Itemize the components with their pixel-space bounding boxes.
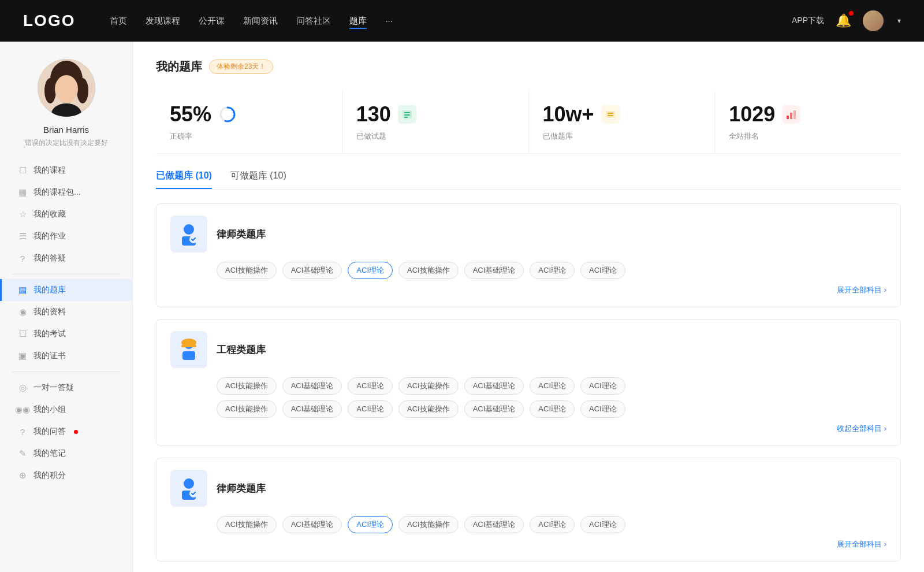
tag-2b-1[interactable]: ACI基础理论	[282, 400, 342, 418]
qbank-name-1: 律师类题库	[217, 228, 266, 241]
tag-2a-1[interactable]: ACI基础理论	[282, 377, 342, 395]
groups-icon: ◉◉	[17, 404, 28, 415]
tag-1-4[interactable]: ACI基础理论	[464, 262, 524, 279]
sidebar-item-profile[interactable]: ◉ 我的资料	[0, 301, 132, 323]
tag-2a-3[interactable]: ACI技能操作	[398, 377, 459, 395]
tag-2a-0[interactable]: ACI技能操作	[217, 377, 277, 395]
user-avatar[interactable]	[863, 10, 884, 31]
nav-qbank[interactable]: 题库	[349, 13, 367, 29]
expand-link-3[interactable]: 展开全部科目 ›	[170, 539, 886, 549]
tag-2a-6[interactable]: ACI理论	[580, 377, 625, 395]
points-icon: ⊕	[17, 470, 28, 481]
tag-3-1[interactable]: ACI基础理论	[282, 516, 342, 533]
tag-2b-2[interactable]: ACI理论	[348, 400, 393, 418]
svg-rect-15	[787, 116, 789, 119]
sidebar-item-answers[interactable]: ? 我的答疑	[0, 247, 132, 269]
accuracy-circle	[218, 105, 237, 124]
tag-3-0[interactable]: ACI技能操作	[217, 516, 277, 533]
rank-icon	[782, 105, 800, 124]
tag-1-5[interactable]: ACI理论	[530, 262, 575, 279]
nav-links: 首页 发现课程 公开课 新闻资讯 问答社区 题库 ···	[110, 13, 792, 29]
stat-done-label: 已做试题	[356, 131, 515, 142]
sidebar-item-exams[interactable]: ☐ 我的考试	[0, 323, 132, 345]
user-name: Brian Harris	[43, 125, 89, 135]
tag-1-1[interactable]: ACI基础理论	[282, 262, 342, 279]
sidebar-item-courses[interactable]: ☐ 我的课程	[0, 159, 132, 181]
qbank-icon: ▤	[17, 285, 28, 295]
unread-dot	[74, 430, 78, 434]
qbank-header-2: 工程类题库	[170, 331, 886, 368]
sidebar-avatar	[38, 59, 95, 117]
tags-row-3: ACI技能操作 ACI基础理论 ACI理论 ACI技能操作 ACI基础理论 AC…	[170, 516, 886, 533]
main-layout: Brian Harris 错误的决定比没有决定要好 ☐ 我的课程 ▦ 我的课程包…	[0, 42, 924, 572]
nav-news[interactable]: 新闻资讯	[243, 13, 278, 29]
stat-banks-top: 10w+	[543, 102, 701, 127]
sidebar-item-homework[interactable]: ☰ 我的作业	[0, 225, 132, 247]
done-banks-icon	[601, 105, 620, 124]
tag-3-4[interactable]: ACI基础理论	[464, 516, 524, 533]
svg-point-18	[184, 224, 194, 235]
tags-row-2b: ACI技能操作 ACI基础理论 ACI理论 ACI技能操作 ACI基础理论 AC…	[170, 400, 886, 418]
divider-2	[12, 372, 121, 372]
tag-2a-2[interactable]: ACI理论	[348, 377, 393, 395]
divider-1	[12, 274, 121, 274]
sidebar-item-groups[interactable]: ◉◉ 我的小组	[0, 399, 132, 421]
tag-2a-5[interactable]: ACI理论	[530, 377, 575, 395]
tag-1-3[interactable]: ACI技能操作	[398, 262, 459, 279]
stat-done-banks: 10w+ 已做题库	[529, 91, 716, 153]
sidebar-item-my-questions[interactable]: ? 我的问答	[0, 421, 132, 443]
tag-1-2[interactable]: ACI理论	[348, 262, 393, 279]
stats-row: 55% 正确率 130	[156, 91, 901, 154]
done-questions-icon	[398, 105, 416, 124]
lawyer-icon-3	[170, 470, 207, 507]
svg-rect-12	[606, 111, 615, 118]
nav-more[interactable]: ···	[385, 13, 393, 29]
app-download[interactable]: APP下载	[792, 16, 824, 26]
tag-1-0[interactable]: ACI技能操作	[217, 262, 277, 279]
tag-2b-5[interactable]: ACI理论	[530, 400, 575, 418]
trial-badge: 体验剩余23天！	[209, 60, 273, 74]
tag-3-2[interactable]: ACI理论	[348, 516, 393, 533]
sidebar-item-favorites[interactable]: ☆ 我的收藏	[0, 203, 132, 225]
tag-2b-3[interactable]: ACI技能操作	[398, 400, 459, 418]
collapse-link-2[interactable]: 收起全部科目 ›	[170, 424, 886, 434]
topnav-right: APP下载 🔔 ▾	[792, 10, 901, 31]
notification-bell[interactable]: 🔔	[836, 13, 851, 28]
stat-done-top: 130	[356, 102, 515, 127]
qbank-name-2: 工程类题库	[217, 343, 266, 356]
tag-2b-4[interactable]: ACI基础理论	[464, 400, 524, 418]
tag-1-6[interactable]: ACI理论	[580, 262, 625, 279]
one-on-one-icon: ◎	[17, 382, 28, 393]
tag-3-6[interactable]: ACI理论	[580, 516, 625, 533]
sidebar-item-one-on-one[interactable]: ◎ 一对一答疑	[0, 377, 132, 399]
sidebar: Brian Harris 错误的决定比没有决定要好 ☐ 我的课程 ▦ 我的课程包…	[0, 42, 133, 572]
nav-home[interactable]: 首页	[110, 13, 127, 29]
sidebar-item-notes[interactable]: ✎ 我的笔记	[0, 443, 132, 465]
sidebar-item-points[interactable]: ⊕ 我的积分	[0, 465, 132, 486]
sidebar-item-certs[interactable]: ▣ 我的证书	[0, 345, 132, 367]
user-menu-chevron[interactable]: ▾	[897, 17, 901, 25]
stat-done-value: 130	[356, 102, 391, 127]
svg-rect-24	[181, 345, 196, 347]
expand-link-1[interactable]: 展开全部科目 ›	[170, 285, 886, 295]
tag-3-5[interactable]: ACI理论	[530, 516, 575, 533]
sidebar-item-packages[interactable]: ▦ 我的课程包...	[0, 181, 132, 203]
tag-2a-4[interactable]: ACI基础理论	[464, 377, 524, 395]
qbank-name-3: 律师类题库	[217, 482, 266, 495]
sidebar-item-qbank[interactable]: ▤ 我的题库	[0, 279, 132, 301]
nav-open-course[interactable]: 公开课	[199, 13, 225, 29]
stat-rank: 1029 全站排名	[715, 91, 901, 153]
page-header: 我的题库 体验剩余23天！	[156, 59, 901, 75]
nav-discover[interactable]: 发现课程	[146, 13, 180, 29]
tab-done[interactable]: 已做题库 (10)	[156, 170, 212, 189]
svg-rect-22	[182, 351, 195, 360]
stat-rank-value: 1029	[729, 102, 775, 127]
tag-2b-0[interactable]: ACI技能操作	[217, 400, 277, 418]
courses-icon: ☐	[17, 165, 28, 176]
svg-rect-16	[790, 113, 792, 119]
tab-available[interactable]: 可做题库 (10)	[230, 170, 286, 189]
tag-2b-6[interactable]: ACI理论	[580, 400, 625, 418]
nav-qa[interactable]: 问答社区	[296, 13, 331, 29]
tag-3-3[interactable]: ACI技能操作	[398, 516, 459, 533]
svg-rect-13	[608, 113, 613, 114]
